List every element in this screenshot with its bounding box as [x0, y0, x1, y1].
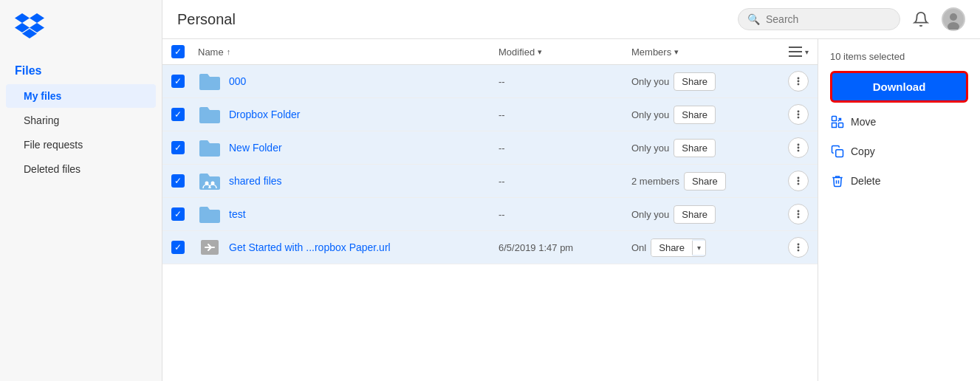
options-button[interactable] [788, 171, 809, 191]
table-row: ✓ New Folder -- Only you Share [162, 131, 818, 165]
file-members: Only you Share [631, 72, 750, 91]
download-button[interactable]: Download [830, 71, 968, 103]
col-name-label: Name [198, 47, 224, 58]
file-modified: -- [498, 209, 631, 220]
options-button[interactable] [788, 104, 809, 125]
col-header-name[interactable]: Name ↑ [198, 47, 498, 58]
share-button[interactable]: Share [674, 72, 716, 91]
search-input[interactable] [766, 13, 884, 25]
sidebar: Files My files Sharing File requests Del… [0, 0, 162, 381]
file-actions [750, 204, 809, 224]
svg-point-12 [798, 147, 800, 149]
col-header-members[interactable]: Members ▾ [631, 47, 750, 58]
file-modified: -- [498, 143, 631, 154]
col-header-modified[interactable]: Modified ▾ [498, 47, 631, 58]
members-text: Only you [631, 109, 669, 120]
topbar: Personal 🔍 [162, 0, 980, 39]
sidebar-item-sharing[interactable]: Sharing [6, 109, 156, 132]
file-modified: -- [498, 76, 631, 87]
share-button[interactable]: Share [674, 106, 716, 124]
sidebar-files-main[interactable]: Files [0, 58, 162, 83]
delete-icon [830, 174, 845, 188]
search-box[interactable]: 🔍 [738, 8, 900, 30]
row-checkbox[interactable]: ✓ [171, 241, 185, 254]
file-name-text[interactable]: test [229, 208, 246, 220]
options-button[interactable] [788, 71, 809, 92]
row-checkbox[interactable]: ✓ [171, 207, 185, 221]
file-name-text[interactable]: 000 [229, 75, 246, 87]
shared-folder-icon [198, 171, 222, 191]
svg-point-22 [798, 216, 800, 219]
row-checkbox-col: ✓ [171, 207, 198, 221]
svg-point-10 [798, 110, 800, 112]
link-file-icon [198, 237, 222, 258]
file-modified: -- [498, 176, 631, 187]
file-name-text[interactable]: Dropbox Folder [229, 109, 301, 120]
file-members: Onl Share ▾ [631, 238, 750, 257]
sidebar-item-file-requests[interactable]: File requests [6, 133, 156, 157]
copy-label: Copy [851, 145, 875, 157]
options-icon [793, 242, 803, 253]
share-dropdown-arrow[interactable]: ▾ [692, 241, 705, 255]
members-text: 2 members [631, 176, 679, 187]
file-name-text[interactable]: Get Started with ...ropbox Paper.url [229, 241, 391, 253]
user-avatar[interactable] [942, 7, 965, 31]
members-text: Only you [631, 143, 669, 154]
share-button[interactable]: Share [674, 205, 716, 224]
check-icon: ✓ [174, 209, 182, 219]
options-button[interactable] [788, 204, 809, 224]
page-title: Personal [177, 11, 729, 28]
row-checkbox[interactable]: ✓ [171, 75, 185, 88]
share-button[interactable]: Share [651, 239, 692, 256]
svg-point-18 [798, 176, 800, 179]
view-options-icon [789, 47, 802, 57]
svg-rect-28 [839, 123, 843, 128]
file-members: Only you Share [631, 139, 750, 157]
delete-action[interactable]: Delete [830, 171, 968, 191]
options-button[interactable] [788, 237, 809, 258]
table-row: ✓ test -- Only you Share [162, 198, 818, 231]
table-row: ✓ 000 -- Only you Share [162, 65, 818, 98]
sort-arrow-icon: ↑ [227, 47, 231, 56]
check-icon: ✓ [174, 143, 182, 153]
move-action[interactable]: Move [830, 111, 968, 132]
row-checkbox[interactable]: ✓ [171, 141, 185, 154]
share-button[interactable]: Share [674, 139, 716, 157]
sidebar-item-deleted-files[interactable]: Deleted files [6, 157, 156, 181]
options-icon [793, 176, 803, 186]
svg-point-17 [798, 180, 800, 182]
notifications-icon[interactable] [909, 7, 933, 31]
folder-icon [198, 137, 222, 158]
svg-point-8 [798, 83, 800, 86]
sidebar-item-my-files[interactable]: My files [6, 84, 156, 108]
options-icon [793, 76, 803, 86]
row-checkbox[interactable]: ✓ [171, 174, 185, 188]
check-icon: ✓ [174, 109, 182, 120]
svg-point-20 [798, 213, 800, 216]
row-checkbox-col: ✓ [171, 241, 198, 254]
share-button[interactable]: Share [684, 172, 726, 190]
file-actions [750, 237, 809, 258]
file-name-text[interactable]: shared files [229, 175, 282, 187]
svg-point-21 [798, 210, 800, 212]
file-name-text[interactable]: New Folder [229, 142, 282, 154]
sidebar-nav: Files My files Sharing File requests Del… [0, 52, 162, 188]
row-checkbox[interactable]: ✓ [171, 108, 185, 121]
modified-sort-icon: ▾ [538, 47, 542, 57]
svg-rect-3 [789, 47, 802, 48]
file-members: 2 members Share [631, 172, 750, 190]
folder-icon [198, 71, 222, 92]
view-arrow-icon: ▾ [805, 48, 809, 56]
check-icon: ✓ [174, 76, 182, 86]
options-button[interactable] [788, 137, 809, 158]
col-members-label: Members [631, 47, 671, 58]
svg-point-19 [798, 183, 800, 185]
svg-point-11 [798, 117, 800, 119]
file-name-cell: 000 [198, 71, 498, 92]
select-all-checkbox[interactable]: ✓ [171, 45, 185, 58]
svg-rect-4 [789, 51, 802, 52]
row-checkbox-col: ✓ [171, 174, 198, 188]
copy-action[interactable]: Copy [830, 141, 968, 162]
file-members: Only you Share [631, 205, 750, 224]
col-header-actions[interactable]: ▾ [750, 47, 809, 57]
